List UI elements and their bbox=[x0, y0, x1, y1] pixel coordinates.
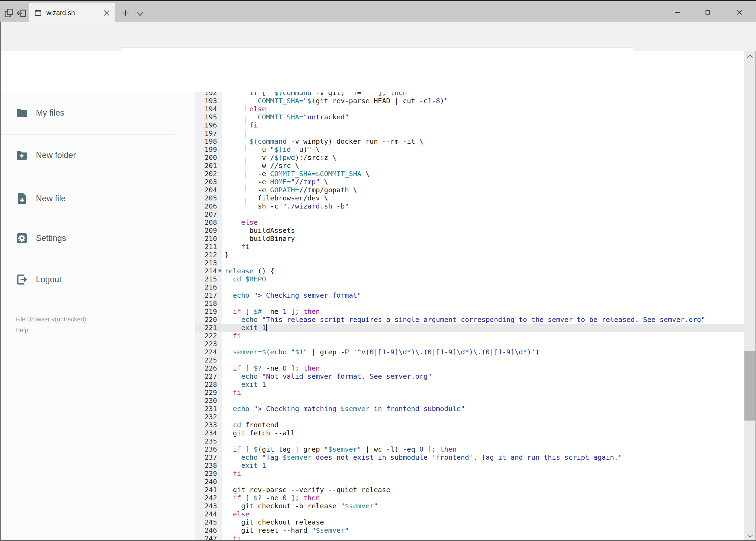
close-tab-icon[interactable] bbox=[102, 9, 111, 17]
code-line-199[interactable]: 199-u "$(id -u)" \ bbox=[195, 145, 744, 154]
code-line-202[interactable]: 202-e COMMIT_SHA=$COMMIT_SHA \ bbox=[195, 170, 744, 178]
scroll-up-arrow-icon[interactable] bbox=[746, 54, 754, 59]
code-line-205[interactable]: 205filebrowser/dev \ bbox=[195, 194, 744, 202]
line-number[interactable]: 242 bbox=[195, 494, 222, 502]
line-number[interactable]: 238 bbox=[195, 461, 222, 469]
line-number[interactable]: 192 bbox=[195, 92, 222, 97]
line-number[interactable]: 244 bbox=[195, 510, 222, 518]
line-number[interactable]: 227 bbox=[195, 372, 222, 380]
code-line-203[interactable]: 203-e HOME="//tmp" \ bbox=[195, 178, 744, 186]
line-number[interactable]: 193 bbox=[195, 97, 222, 105]
help-link[interactable]: Help bbox=[15, 325, 86, 335]
line-number[interactable]: 221 bbox=[195, 323, 222, 332]
line-number[interactable]: 196 bbox=[195, 121, 222, 129]
line-number[interactable]: 236 bbox=[195, 445, 222, 453]
line-number[interactable]: 208 bbox=[195, 218, 222, 226]
sidebar-item-logout[interactable]: Logout bbox=[0, 270, 189, 289]
line-number[interactable]: 207 bbox=[195, 210, 222, 218]
code-line-240[interactable]: 240 bbox=[195, 477, 744, 486]
code-line-223[interactable]: 223 bbox=[195, 340, 744, 348]
code-line-209[interactable]: 209buildAssets bbox=[195, 226, 744, 235]
tab-list-chevron-icon[interactable] bbox=[135, 9, 145, 19]
code-line-214[interactable]: 214release () { bbox=[195, 267, 744, 275]
line-number[interactable]: 215 bbox=[195, 275, 222, 283]
code-line-207[interactable]: 207 bbox=[195, 210, 744, 218]
code-line-200[interactable]: 200-v /$(pwd):/src:z \ bbox=[195, 154, 744, 162]
line-number[interactable]: 234 bbox=[195, 429, 222, 437]
code-line-238[interactable]: 238exit 1 bbox=[195, 461, 744, 469]
code-line-221[interactable]: 221exit 1 bbox=[195, 323, 744, 332]
line-number[interactable]: 206 bbox=[195, 202, 222, 210]
code-line-234[interactable]: 234git fetch --all bbox=[195, 429, 744, 437]
code-line-233[interactable]: 233cd frontend bbox=[195, 421, 744, 429]
line-number[interactable]: 228 bbox=[195, 380, 222, 388]
code-line-228[interactable]: 228exit 1 bbox=[195, 380, 744, 388]
line-number[interactable]: 233 bbox=[195, 421, 222, 429]
code-line-192[interactable]: 192if [ "$(command -v git)" != "" ]; the… bbox=[195, 92, 744, 97]
fold-arrow-icon[interactable] bbox=[218, 270, 222, 272]
code-line-239[interactable]: 239fi bbox=[195, 469, 744, 477]
line-number[interactable]: 232 bbox=[195, 413, 222, 421]
code-line-236[interactable]: 236if [ $(git tag | grep "$semver" | wc … bbox=[195, 445, 744, 453]
line-number[interactable]: 231 bbox=[195, 405, 222, 413]
code-editor[interactable]: 192if [ "$(command -v git)" != "" ]; the… bbox=[195, 92, 744, 541]
line-number[interactable]: 212 bbox=[195, 251, 222, 259]
tab-preview-icon[interactable] bbox=[4, 8, 15, 19]
maximize-button[interactable] bbox=[695, 4, 720, 21]
line-number[interactable]: 213 bbox=[195, 259, 222, 267]
line-number[interactable]: 201 bbox=[195, 162, 222, 170]
line-number[interactable]: 219 bbox=[195, 307, 222, 315]
page-scrollbar[interactable] bbox=[744, 51, 756, 541]
code-line-245[interactable]: 245git checkout release bbox=[195, 518, 744, 526]
code-line-217[interactable]: 217echo "> Checking semver format" bbox=[195, 291, 744, 299]
line-number[interactable]: 220 bbox=[195, 315, 222, 323]
line-number[interactable]: 230 bbox=[195, 396, 222, 405]
line-number[interactable]: 199 bbox=[195, 145, 222, 154]
line-number[interactable]: 218 bbox=[195, 299, 222, 307]
code-line-208[interactable]: 208else bbox=[195, 218, 744, 226]
code-line-243[interactable]: 243git checkout -b release "$semver" bbox=[195, 502, 744, 510]
line-number[interactable]: 237 bbox=[195, 453, 222, 461]
code-line-210[interactable]: 210buildBinary bbox=[195, 235, 744, 243]
code-line-211[interactable]: 211fi bbox=[195, 243, 744, 251]
line-number[interactable]: 243 bbox=[195, 502, 222, 510]
code-line-212[interactable]: 212} bbox=[195, 251, 744, 259]
code-line-197[interactable]: 197 bbox=[195, 129, 744, 137]
code-line-198[interactable]: 198$(command -v winpty) docker run --rm … bbox=[195, 137, 744, 145]
line-number[interactable]: 241 bbox=[195, 486, 222, 494]
line-number[interactable]: 235 bbox=[195, 437, 222, 445]
code-line-232[interactable]: 232 bbox=[195, 413, 744, 421]
code-line-227[interactable]: 227echo "Not valid semver format. See se… bbox=[195, 372, 744, 380]
code-line-213[interactable]: 213 bbox=[195, 259, 744, 267]
code-line-216[interactable]: 216 bbox=[195, 283, 744, 291]
code-line-235[interactable]: 235 bbox=[195, 437, 744, 445]
line-number[interactable]: 245 bbox=[195, 518, 222, 526]
line-number[interactable]: 246 bbox=[195, 526, 222, 534]
browser-tab[interactable]: wizard.sh bbox=[29, 3, 115, 23]
line-number[interactable]: 194 bbox=[195, 105, 222, 113]
line-number[interactable]: 205 bbox=[195, 194, 222, 202]
line-number[interactable]: 197 bbox=[195, 129, 222, 137]
code-line-224[interactable]: 224semver=$(echo "$1" | grep -P '^v(0|[1… bbox=[195, 348, 744, 356]
sidebar-item-my-files[interactable]: My files bbox=[0, 103, 189, 123]
code-line-230[interactable]: 230 bbox=[195, 396, 744, 405]
line-number[interactable]: 210 bbox=[195, 235, 222, 243]
code-line-206[interactable]: 206sh -c "./wizard.sh -b" bbox=[195, 202, 744, 210]
line-number[interactable]: 214 bbox=[195, 267, 222, 275]
code-line-242[interactable]: 242if [ $? -ne 0 ]; then bbox=[195, 494, 744, 502]
code-line-244[interactable]: 244else bbox=[195, 510, 744, 518]
code-line-218[interactable]: 218 bbox=[195, 299, 744, 307]
line-number[interactable]: 239 bbox=[195, 469, 222, 477]
line-number[interactable]: 222 bbox=[195, 332, 222, 340]
line-number[interactable]: 224 bbox=[195, 348, 222, 356]
code-line-222[interactable]: 222fi bbox=[195, 332, 744, 340]
line-number[interactable]: 209 bbox=[195, 226, 222, 235]
line-number[interactable]: 216 bbox=[195, 283, 222, 291]
line-number[interactable]: 223 bbox=[195, 340, 222, 348]
line-number[interactable]: 195 bbox=[195, 113, 222, 121]
scroll-down-arrow-icon[interactable] bbox=[746, 533, 754, 539]
code-line-220[interactable]: 220echo "This release script requires a … bbox=[195, 315, 744, 323]
line-number[interactable]: 217 bbox=[195, 291, 222, 299]
sidebar-item-settings[interactable]: Settings bbox=[0, 229, 189, 248]
code-line-194[interactable]: 194else bbox=[195, 105, 744, 113]
